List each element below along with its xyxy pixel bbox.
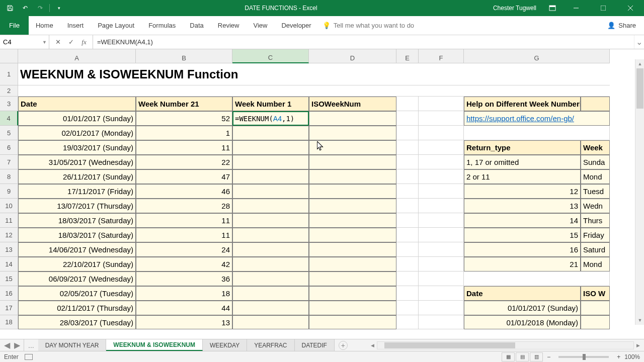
cell[interactable] [396,286,419,301]
cell[interactable] [419,111,464,126]
date-cell[interactable]: 18/03/2017 (Saturday) [18,228,136,242]
isoweeknum-cell[interactable] [309,301,396,315]
cell[interactable] [419,199,464,213]
cell[interactable] [396,184,419,199]
cell[interactable] [419,301,464,315]
share-button[interactable]: 👤 Share [599,16,644,35]
isoweeknum-cell[interactable] [309,199,396,213]
help-date-cell[interactable]: 01/01/2018 (Monday) [464,315,581,329]
title-cell[interactable]: WEEKNUM & ISOWEEKNUM Function [18,63,610,85]
cell[interactable] [419,242,464,257]
cell[interactable] [396,199,419,213]
weeknum21-cell[interactable]: 24 [136,242,232,257]
cell[interactable] [396,228,419,242]
table-header[interactable]: Week Number 1 [232,97,309,111]
help-header[interactable]: Help on Different Week Numberi [464,97,581,111]
cell[interactable] [396,97,419,111]
date-cell[interactable]: 02/01/2017 (Monday) [18,126,136,140]
row-header-12[interactable]: 12 [0,228,18,242]
help-link[interactable]: https://support.office.com/en-gb/ [464,111,610,126]
select-all-cells[interactable] [0,49,18,63]
weeknum1-cell[interactable] [232,315,309,329]
week-start-cell[interactable]: Sunda [581,155,610,169]
cell[interactable] [464,272,610,286]
maximize-button[interactable] [592,0,615,16]
isoweeknum-cell[interactable] [309,242,396,257]
week-start-cell[interactable]: Tuesd [581,184,610,199]
row-header-18[interactable]: 18 [0,315,18,329]
weeknum1-cell[interactable] [232,228,309,242]
row-header-11[interactable]: 11 [0,213,18,228]
tab-data[interactable]: Data [183,16,210,35]
col-header-B[interactable]: B [136,49,232,63]
row-header-6[interactable]: 6 [0,140,18,155]
weeknum1-cell[interactable] [232,184,309,199]
sheet-tab-day-month-year[interactable]: DAY MONTH YEAR [38,339,107,351]
weeknum21-cell[interactable]: 11 [136,213,232,228]
hscroll-right-icon[interactable]: ▶ [634,341,642,349]
horizontal-scrollbar[interactable] [377,341,634,349]
sheet-tab-weekday[interactable]: WEEKDAY [203,339,247,351]
weeknum1-cell[interactable] [232,199,309,213]
undo-button[interactable]: ↶ [18,2,32,14]
weeknum21-cell[interactable]: 13 [136,315,232,329]
isoweeknum-cell[interactable] [309,286,396,301]
col-header-A[interactable]: A [18,49,136,63]
date-cell[interactable]: 13/07/2017 (Thursday) [18,199,136,213]
help-header[interactable] [581,97,610,111]
hscroll-thumb[interactable] [384,342,515,348]
close-button[interactable] [619,0,642,16]
weeknum1-cell[interactable] [232,242,309,257]
qat-customize[interactable]: ▾ [52,2,66,14]
cell[interactable] [419,257,464,272]
date-cell[interactable]: 02/11/2017 (Thursday) [18,301,136,315]
cell[interactable] [419,184,464,199]
weeknum1-cell[interactable] [232,257,309,272]
cell[interactable] [18,85,610,97]
tab-review[interactable]: Review [211,16,247,35]
weeknum21-cell[interactable]: 47 [136,169,232,184]
week-start-cell[interactable]: Friday [581,228,610,242]
tab-view[interactable]: View [246,16,274,35]
weeknum21-cell[interactable]: 52 [136,111,232,126]
iso-cell[interactable] [581,301,610,315]
minimize-button[interactable] [565,0,588,16]
cell[interactable] [419,126,464,140]
date-cell[interactable]: 31/05/2017 (Wednesday) [18,155,136,169]
fx-icon[interactable]: fx [77,38,91,46]
cell[interactable] [419,169,464,184]
sheet-tab-yearfrac[interactable]: YEARFRAC [247,339,294,351]
table-header[interactable]: Date [18,97,136,111]
return-type-cell[interactable]: 13 [464,199,581,213]
sheet-tab-datedif[interactable]: DATEDIF [295,339,335,351]
zoom-out-button[interactable]: − [547,353,550,360]
cell[interactable] [419,140,464,155]
tab-home[interactable]: Home [29,16,60,35]
date-cell[interactable]: 17/11/2017 (Friday) [18,184,136,199]
week-start-cell[interactable]: Mond [581,257,610,272]
enter-formula-icon[interactable]: ✓ [64,38,77,46]
col-header-G[interactable]: G [464,49,610,63]
week-start-cell[interactable]: Mond [581,169,610,184]
date-cell[interactable]: 19/03/2017 (Sunday) [18,140,136,155]
cell[interactable] [396,213,419,228]
return-type-cell[interactable]: 21 [464,257,581,272]
weeknum21-cell[interactable]: 46 [136,184,232,199]
weeknum21-cell[interactable]: 22 [136,155,232,169]
col-header-C[interactable]: C [232,49,309,63]
return-type-cell[interactable]: 12 [464,184,581,199]
weeknum1-cell[interactable] [232,155,309,169]
return-type-header[interactable]: Return_type [464,140,581,155]
name-box[interactable]: C4 ▼ [0,35,49,49]
weeknum1-cell[interactable] [232,126,309,140]
isoweeknum-cell[interactable] [309,126,396,140]
weeknum21-cell[interactable]: 11 [136,140,232,155]
formula-bar-input[interactable]: =WEEKNUM(A4,1) [93,35,634,49]
macro-record-icon[interactable] [25,354,33,360]
iso-cell[interactable] [581,315,610,329]
cell[interactable] [419,272,464,286]
cell[interactable] [396,301,419,315]
return-type-cell[interactable]: 14 [464,213,581,228]
cell[interactable] [419,315,464,329]
formula-expand-icon[interactable]: ⌄ [634,35,644,49]
